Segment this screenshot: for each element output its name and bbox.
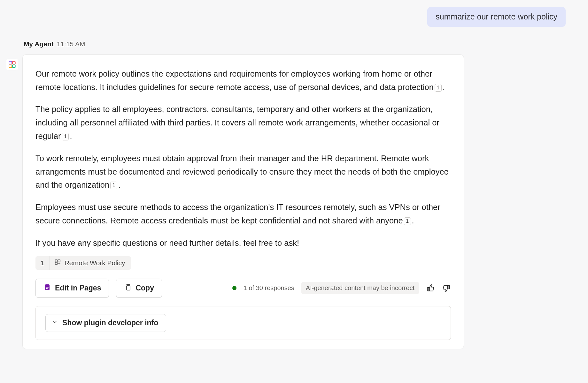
pages-icon [43,283,51,293]
svg-rect-11 [127,286,130,290]
svg-rect-8 [46,286,49,286]
svg-rect-4 [55,260,57,262]
agent-response-card: Our remote work policy outlines the expe… [22,54,464,349]
svg-rect-6 [55,262,57,265]
paragraph-text: To work remotely, employees must obtain … [35,154,449,190]
svg-rect-9 [46,287,49,288]
thumbs-up-button[interactable] [426,284,435,293]
citation-badge[interactable]: 1 [110,182,117,189]
agent-timestamp: 11:15 AM [57,40,85,48]
paragraph-text: Our remote work policy outlines the expe… [35,69,434,92]
agent-avatar-icon [6,59,18,70]
reference-chip[interactable]: 1 Remote Work Policy [35,256,131,270]
paragraph-text: Employees must use secure methods to acc… [35,203,440,225]
paragraph-text: The policy applies to all employees, con… [35,105,439,140]
citation-badge[interactable]: 1 [435,84,442,92]
agent-name: My Agent [24,40,54,48]
chevron-down-icon [51,319,58,327]
citation-badge[interactable]: 1 [62,133,69,140]
response-paragraph: Our remote work policy outlines the expe… [35,67,451,94]
ai-disclaimer-pill[interactable]: AI-generated content may be incorrect [301,282,419,294]
svg-rect-5 [58,260,60,262]
response-paragraph: Employees must use secure methods to acc… [35,201,451,228]
thumbs-down-button[interactable] [442,284,451,293]
developer-info-label: Show plugin developer info [62,319,158,327]
show-developer-info-toggle[interactable]: Show plugin developer info [45,314,166,332]
svg-rect-2 [9,65,12,68]
svg-rect-0 [9,61,12,64]
response-paragraph: The policy applies to all employees, con… [35,103,451,143]
agent-header: My Agent 11:15 AM [24,40,569,48]
copy-button[interactable]: Copy [116,279,162,298]
user-message-bubble: summarize our remote work policy [427,7,566,27]
developer-info-panel: Show plugin developer info [35,306,451,340]
citation-badge[interactable]: 1 [404,217,411,225]
reference-index: 1 [35,256,50,270]
reference-title: Remote Work Policy [65,259,125,267]
svg-rect-3 [12,65,15,68]
edit-in-pages-button[interactable]: Edit in Pages [35,279,109,298]
response-paragraph: If you have any specific questions or ne… [35,237,451,250]
svg-rect-1 [12,61,15,64]
paragraph-text: If you have any specific questions or ne… [35,238,299,247]
copy-icon [124,283,132,293]
edit-in-pages-label: Edit in Pages [55,284,101,292]
copilot-icon [54,259,61,267]
status-dot-icon [232,286,236,290]
svg-rect-10 [46,288,48,289]
response-paragraph: To work remotely, employees must obtain … [35,152,451,192]
copy-label: Copy [135,284,154,292]
responses-count: 1 of 30 responses [244,284,294,292]
